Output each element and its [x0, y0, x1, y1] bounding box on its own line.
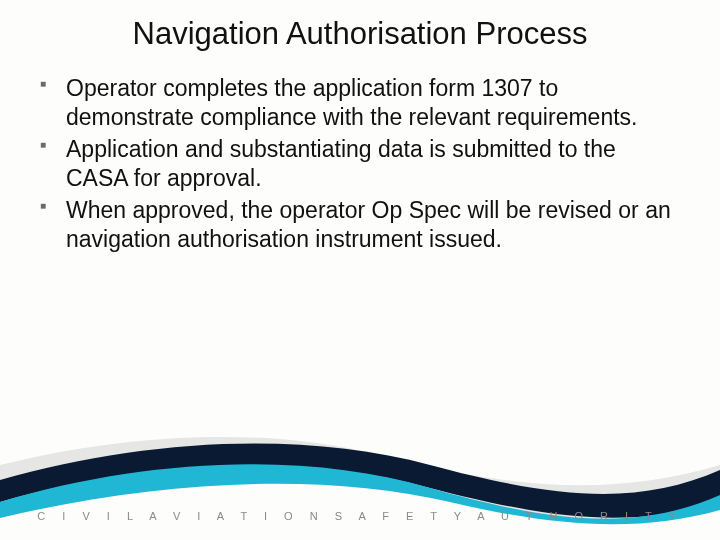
bullet-item: Operator completes the application form …	[40, 74, 680, 133]
slide-body: Operator completes the application form …	[0, 66, 720, 255]
bullet-item: Application and substantiating data is s…	[40, 135, 680, 194]
bullet-list: Operator completes the application form …	[40, 74, 680, 255]
slide-title: Navigation Authorisation Process	[0, 0, 720, 66]
footer-org-name: C I V I L A V I A T I O N S A F E T Y A …	[0, 510, 720, 522]
bullet-item: When approved, the operator Op Spec will…	[40, 196, 680, 255]
